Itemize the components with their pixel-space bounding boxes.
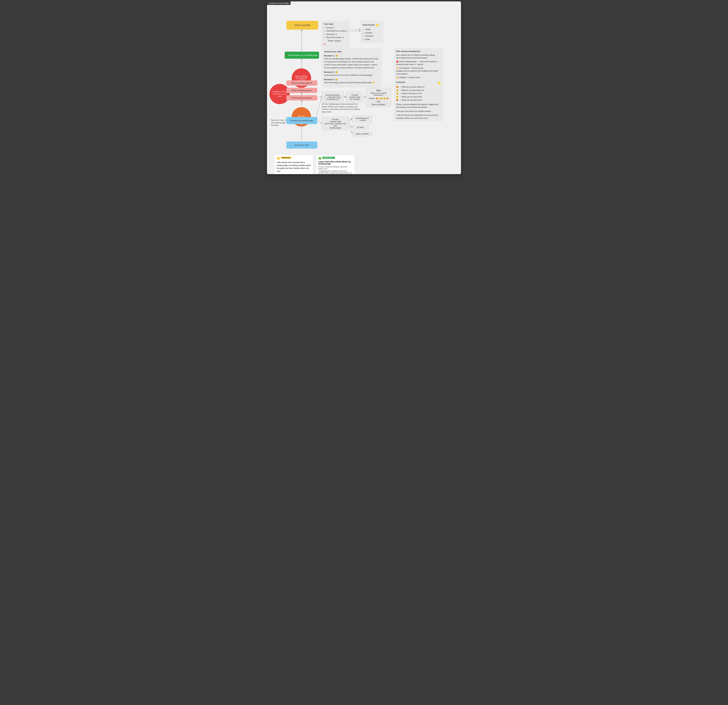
comment-box: Comment ⭐ 😍 → What do you love about it?… bbox=[394, 79, 443, 121]
stats-box: Your stats: Karma: 5 Submitted for a rev… bbox=[322, 21, 350, 48]
read-reviews-node[interactable]: ♥ Read reviews on my landing page bbox=[285, 52, 319, 59]
svg-line-19 bbox=[349, 123, 352, 127]
reviews-box: Overall score: 66% Reviewer 1: 😊 I like … bbox=[322, 48, 381, 88]
svg-line-14 bbox=[318, 25, 322, 28]
go-back-node[interactable]: go back bbox=[352, 125, 369, 130]
invite-friends-box: Invite friends ⭐ Twitter LinkedIn Facebo… bbox=[361, 21, 383, 43]
canvas: Check my profile Your stats: Karma: 5 Su… bbox=[267, 1, 461, 172]
rate-box: Rate What is your overall impression? Op… bbox=[366, 88, 391, 107]
usergoal-card: 🟢 USER GOAL Learn what others think abou… bbox=[316, 155, 355, 174]
report-problem-2-node[interactable]: report a problem bbox=[352, 131, 372, 136]
preview-landing-page-node[interactable]: Preview your landing page bbox=[286, 117, 317, 124]
review-3-node[interactable]: Review landing page #3 bbox=[286, 80, 317, 86]
star-icon: ⭐ bbox=[375, 23, 379, 27]
rate-reviews-box: Rate reviews (mandatory!) can't submit n… bbox=[394, 48, 443, 81]
preview-for-review-node: Preview Landing Page for a review bbox=[346, 91, 364, 103]
read-instructions-node: Read instructions (→ understand how to e… bbox=[322, 91, 344, 103]
waiting-text: 🎉 Your landing page is being reviewed by… bbox=[322, 103, 362, 113]
skip-button[interactable]: Skip bbox=[371, 101, 386, 103]
preview-submitting-box: Preview Landing Page (here's how reviewe… bbox=[322, 117, 349, 130]
svg-line-18 bbox=[349, 119, 352, 120]
check-my-profile-node[interactable]: Check my profile bbox=[286, 21, 318, 30]
svg-line-20 bbox=[349, 125, 352, 133]
usergoal-icon: 🟢 bbox=[318, 157, 321, 160]
window: Customer Journey Map bbox=[267, 1, 461, 174]
star-icon-2: ⭐ bbox=[438, 81, 441, 85]
everything-good-node[interactable]: everything good = submit bbox=[352, 115, 372, 123]
heart-icon: ♥ bbox=[324, 43, 325, 46]
persona-icon: 🟡 bbox=[277, 157, 280, 160]
svg-line-17 bbox=[317, 119, 322, 123]
submit-url-node[interactable]: Submit your URL bbox=[286, 141, 317, 148]
heart-icon-2: ♥ bbox=[286, 54, 287, 56]
report-problem-button[interactable]: Report a problem bbox=[369, 104, 388, 106]
invite-list: Twitter LinkedIn Facebook Email bbox=[363, 28, 381, 41]
review-1-node[interactable]: Review landing page #1 bbox=[286, 95, 317, 101]
review-2-node[interactable]: Review landing page #2 bbox=[286, 88, 317, 93]
persona-card: 🟡 PERSONA Indie Hacker who recently buil… bbox=[274, 155, 313, 174]
no-pages-circle: no pages to review – we'll notify you vi… bbox=[270, 84, 290, 104]
